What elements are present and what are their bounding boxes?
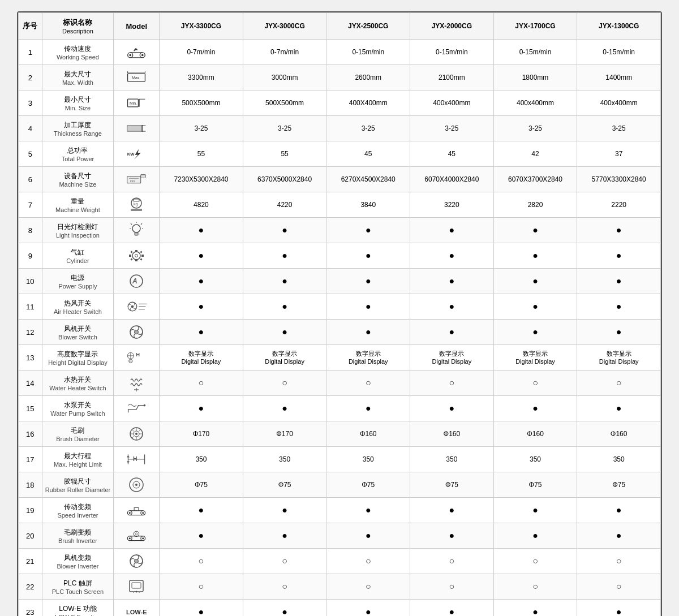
row-value: ●	[577, 600, 661, 617]
row-value: ○	[326, 574, 410, 600]
table-row: 4加工厚度Thickness Range 3-253-253-253-253-2…	[19, 116, 661, 141]
row-description: PLC 触屏PLC Touch Screen	[42, 574, 114, 600]
row-description: 加工厚度Thickness Range	[42, 116, 114, 141]
row-value: ○	[410, 371, 494, 396]
row-value: 3300mm	[160, 65, 243, 91]
row-number: 16	[19, 421, 42, 447]
svg-rect-28	[141, 174, 146, 178]
row-value: 350	[577, 447, 661, 472]
table-row: 20毛刷变频Brush Inverter ●●●●●●	[19, 523, 661, 549]
row-number: 21	[19, 549, 42, 574]
table-row: 17最大行程Max. Height Limit H 35035035035035…	[19, 447, 661, 472]
row-value: 3840	[326, 192, 410, 218]
row-number: 11	[19, 294, 42, 320]
row-value: ●	[493, 523, 577, 549]
svg-text:mm: mm	[130, 179, 135, 183]
row-number: 15	[19, 396, 42, 421]
svg-rect-45	[135, 250, 137, 252]
row-value: 3-25	[493, 116, 577, 141]
svg-rect-49	[131, 251, 133, 253]
table-row: 18胶辊尺寸Rubber Roller Diameter Φ75Φ75Φ75Φ7…	[19, 472, 661, 498]
row-value: 37	[577, 141, 661, 167]
row-value: Φ170	[160, 421, 243, 447]
table-row: 21风机变频Blower Inverter ○○○○○○	[19, 549, 661, 574]
row-value: 数字显示Digital Display	[160, 345, 243, 371]
row-value: 3-25	[577, 116, 661, 141]
row-value: ○	[160, 371, 243, 396]
svg-rect-50	[140, 251, 143, 253]
row-value: 350	[326, 447, 410, 472]
row-value: Φ160	[326, 421, 410, 447]
row-description: 最小尺寸Min. Size	[42, 91, 114, 116]
row-value: 数字显示Digital Display	[243, 345, 326, 371]
row-value: ●	[577, 269, 661, 294]
svg-rect-17	[127, 126, 142, 131]
row-icon: H	[114, 447, 160, 472]
row-value: ●	[577, 243, 661, 269]
svg-rect-46	[135, 259, 137, 261]
row-value: ●	[160, 396, 243, 421]
svg-point-105	[135, 533, 137, 535]
row-value: ●	[493, 396, 577, 421]
row-value: ●	[243, 396, 326, 421]
row-icon	[114, 371, 160, 396]
row-value: ●	[326, 523, 410, 549]
row-value: ●	[577, 498, 661, 523]
row-description: 最大行程Max. Height Limit	[42, 447, 114, 472]
row-value: 350	[160, 447, 243, 472]
row-value: Φ170	[243, 421, 326, 447]
header-model: Model	[114, 13, 160, 40]
svg-line-37	[131, 223, 132, 225]
svg-point-104	[134, 531, 139, 536]
row-value: ●	[326, 294, 410, 320]
row-description: 重量Machine Weight	[42, 192, 114, 218]
row-icon: A	[114, 269, 160, 294]
svg-point-70	[144, 404, 146, 407]
row-value: 0-7m/min	[243, 40, 326, 65]
row-value: ○	[243, 371, 326, 396]
row-value: 2600mm	[326, 65, 410, 91]
row-value: Φ75	[160, 472, 243, 498]
table-row: 2最大尺寸Max. Width Max. 3300mm3000mm2600mm2…	[19, 65, 661, 91]
svg-point-61	[135, 330, 139, 334]
row-number: 7	[19, 192, 42, 218]
header-num: 序号	[19, 13, 42, 40]
row-value: ●	[410, 396, 494, 421]
row-value: 55	[160, 141, 243, 167]
row-value: 2100mm	[410, 65, 494, 91]
row-description: 设备尺寸Machine Size	[42, 167, 114, 192]
row-value: 3-25	[410, 116, 494, 141]
row-value: 数字显示Digital Display	[410, 345, 494, 371]
row-value: 42	[493, 141, 577, 167]
row-value: ●	[243, 600, 326, 617]
row-icon	[114, 498, 160, 523]
row-value: ●	[243, 523, 326, 549]
row-description: 日光灯检测灯Light Inspection	[42, 218, 114, 243]
svg-text:H: H	[133, 456, 137, 462]
svg-point-94	[142, 512, 144, 514]
svg-point-112	[136, 591, 137, 593]
row-value: 400x400mm	[410, 91, 494, 116]
svg-text:KW: KW	[127, 152, 135, 157]
header-col-1: JYX-3000CG	[243, 13, 326, 40]
row-number: 5	[19, 141, 42, 167]
svg-line-78	[132, 429, 134, 432]
row-value: 0-15m/min	[493, 40, 577, 65]
row-value: ●	[160, 498, 243, 523]
row-description: LOW-E 功能LOW-E Function	[42, 600, 114, 617]
row-value: ●	[577, 218, 661, 243]
row-description: 总功率Total Power	[42, 141, 114, 167]
specs-table: 序号 标识名称 Description Model JYX-3300CG JYX…	[18, 12, 661, 616]
row-value: ●	[410, 294, 494, 320]
svg-point-44	[135, 255, 138, 257]
header-col-5: JYX-1300CG	[577, 13, 661, 40]
row-value: ●	[243, 320, 326, 345]
svg-point-3	[141, 54, 144, 57]
table-row: 6设备尺寸Machine Size mm 7230X5300X28406370X…	[19, 167, 661, 192]
row-value: 45	[326, 141, 410, 167]
svg-marker-24	[134, 149, 141, 160]
table-row: 13高度数字显示Height Digital Display H 数字显示Dig…	[19, 345, 661, 371]
row-value: ○	[410, 549, 494, 574]
svg-point-1	[130, 54, 132, 57]
row-value: 400x400mm	[493, 91, 577, 116]
